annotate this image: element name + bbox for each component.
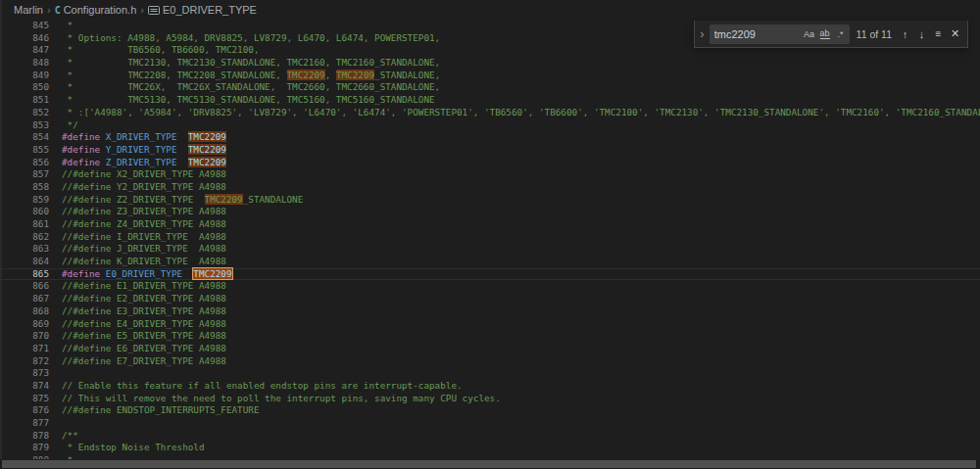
code-line[interactable]: 877 <box>0 417 980 430</box>
code-text: //#define E7_DRIVER_TYPE A4988 <box>49 355 226 368</box>
code-line[interactable]: 849 * TMC2208, TMC2208_STANDALONE, TMC22… <box>0 70 980 82</box>
code-line[interactable]: 878/** <box>0 430 980 443</box>
breadcrumb: Marlin › C Configuration.h › E0_DRIVER_T… <box>0 0 980 20</box>
toggle-replace-chevron-icon[interactable]: › <box>695 22 710 47</box>
match-case-icon[interactable]: Aa <box>802 26 817 42</box>
code-text: //#define I_DRIVER_TYPE A4988 <box>49 231 226 244</box>
code-text: */ <box>49 119 78 132</box>
code-line[interactable]: 863//#define J_DRIVER_TYPE A4988 <box>0 243 980 256</box>
line-number[interactable]: 858 <box>0 181 49 194</box>
code-line[interactable]: 853 */ <box>0 119 980 132</box>
code-line[interactable]: 851 * TMC5130, TMC5130_STANDALONE, TMC51… <box>0 94 980 107</box>
code-line[interactable]: 870//#define E5_DRIVER_TYPE A4988 <box>0 330 980 343</box>
code-text: //#define J_DRIVER_TYPE A4988 <box>49 243 226 256</box>
line-number[interactable]: 869 <box>0 318 49 331</box>
horizontal-scrollbar[interactable] <box>0 459 980 469</box>
code-line[interactable]: 865#define E0_DRIVER_TYPE TMC2209 <box>0 268 980 281</box>
code-text: * TMC2130, TMC2130_STANDALONE, TMC2160, … <box>49 57 440 70</box>
code-line[interactable]: 855#define Y_DRIVER_TYPE TMC2209 <box>0 144 980 157</box>
breadcrumb-item-symbol[interactable]: E0_DRIVER_TYPE <box>148 4 257 16</box>
line-number[interactable]: 876 <box>0 404 49 417</box>
code-text: #define X_DRIVER_TYPE TMC2209 <box>49 131 226 144</box>
whole-word-icon[interactable]: ab <box>817 26 833 42</box>
line-number[interactable]: 859 <box>0 194 49 207</box>
code-line[interactable]: 866//#define E1_DRIVER_TYPE A4988 <box>0 280 980 293</box>
code-text: //#define Z3_DRIVER_TYPE A4988 <box>49 206 226 218</box>
line-number[interactable]: 877 <box>0 417 49 430</box>
breadcrumb-file-label: Configuration.h <box>64 4 137 16</box>
line-number[interactable]: 852 <box>0 107 49 119</box>
line-number[interactable]: 861 <box>0 218 49 231</box>
line-number[interactable]: 878 <box>0 430 49 443</box>
code-editor[interactable]: 845 *846 * Options: A4988, A5984, DRV882… <box>0 20 980 469</box>
code-line[interactable]: 854#define X_DRIVER_TYPE TMC2209 <box>0 131 980 144</box>
find-in-selection-icon: ≡ <box>936 28 942 39</box>
line-number[interactable]: 849 <box>0 70 49 82</box>
code-line[interactable]: 876//#define ENDSTOP_INTERRUPTS_FEATURE <box>0 404 980 417</box>
line-number[interactable]: 863 <box>0 243 49 256</box>
line-number[interactable]: 860 <box>0 206 49 218</box>
line-number[interactable]: 848 <box>0 57 49 70</box>
code-text: //#define E4_DRIVER_TYPE A4988 <box>49 318 226 331</box>
code-line[interactable]: 875// This will remove the need to poll … <box>0 393 980 405</box>
line-number[interactable]: 879 <box>0 442 49 454</box>
code-text: //#define E6_DRIVER_TYPE A4988 <box>49 343 226 355</box>
code-line[interactable]: 859//#define Z2_DRIVER_TYPE TMC2209_STAN… <box>0 194 980 207</box>
find-input[interactable]: tmc2209 Aa ab .* <box>710 24 850 44</box>
line-number[interactable]: 873 <box>0 367 49 380</box>
code-line[interactable]: 857//#define X2_DRIVER_TYPE A4988 <box>0 168 980 181</box>
code-line[interactable]: 862//#define I_DRIVER_TYPE A4988 <box>0 231 980 244</box>
code-line[interactable]: 868//#define E3_DRIVER_TYPE A4988 <box>0 305 980 318</box>
code-text: #define E0_DRIVER_TYPE TMC2209 <box>49 268 232 281</box>
line-number[interactable]: 856 <box>0 157 49 169</box>
line-number[interactable]: 871 <box>0 343 49 355</box>
code-line[interactable]: 864//#define K_DRIVER_TYPE A4988 <box>0 256 980 268</box>
line-number[interactable]: 854 <box>0 131 49 144</box>
code-line[interactable]: 873 <box>0 367 980 380</box>
line-number[interactable]: 872 <box>0 355 49 368</box>
code-line[interactable]: 869//#define E4_DRIVER_TYPE A4988 <box>0 318 980 331</box>
breadcrumb-symbol-label: E0_DRIVER_TYPE <box>163 4 257 16</box>
breadcrumb-item-folder[interactable]: Marlin <box>14 4 43 16</box>
code-text: * TMC2208, TMC2208_STANDALONE, TMC2209, … <box>49 70 440 82</box>
code-line[interactable]: 850 * TMC26X, TMC26X_STANDALONE, TMC2660… <box>0 81 980 94</box>
line-number[interactable]: 865 <box>0 268 49 281</box>
line-number[interactable]: 874 <box>0 380 49 393</box>
line-number[interactable]: 847 <box>0 44 49 57</box>
code-line[interactable]: 874// Enable this feature if all enabled… <box>0 380 980 393</box>
code-line[interactable]: 871//#define E6_DRIVER_TYPE A4988 <box>0 343 980 355</box>
line-number[interactable]: 870 <box>0 330 49 343</box>
line-number[interactable]: 850 <box>0 81 49 94</box>
next-match-button[interactable]: ↓ <box>913 25 930 43</box>
scrollbar-thumb[interactable] <box>2 460 976 468</box>
code-text <box>49 367 62 380</box>
breadcrumb-item-file[interactable]: C Configuration.h <box>55 4 137 16</box>
line-number[interactable]: 855 <box>0 144 49 157</box>
line-number[interactable]: 845 <box>0 20 49 32</box>
line-number[interactable]: 866 <box>0 280 49 293</box>
line-number[interactable]: 857 <box>0 168 49 181</box>
line-number[interactable]: 853 <box>0 119 49 132</box>
code-line[interactable]: 852 * :['A4988', 'A5984', 'DRV8825', 'LV… <box>0 107 980 119</box>
line-number[interactable]: 862 <box>0 231 49 244</box>
code-line[interactable]: 860//#define Z3_DRIVER_TYPE A4988 <box>0 206 980 218</box>
close-find-button[interactable]: ✕ <box>947 25 963 43</box>
line-number[interactable]: 868 <box>0 305 49 318</box>
regex-icon[interactable]: .* <box>833 26 849 42</box>
code-line[interactable]: 879 * Endstop Noise Threshold <box>0 442 980 454</box>
previous-match-button[interactable]: ↑ <box>897 25 913 43</box>
code-line[interactable]: 858//#define Y2_DRIVER_TYPE A4988 <box>0 181 980 194</box>
line-number[interactable]: 851 <box>0 94 49 107</box>
code-line[interactable]: 867//#define E2_DRIVER_TYPE A4988 <box>0 293 980 305</box>
find-in-selection-button[interactable]: ≡ <box>930 25 947 43</box>
arrow-up-icon: ↑ <box>903 28 908 40</box>
line-number[interactable]: 846 <box>0 32 49 45</box>
line-number[interactable]: 875 <box>0 393 49 405</box>
line-number[interactable]: 864 <box>0 256 49 268</box>
code-line[interactable]: 861//#define Z4_DRIVER_TYPE A4988 <box>0 218 980 231</box>
code-line[interactable]: 848 * TMC2130, TMC2130_STANDALONE, TMC21… <box>0 57 980 70</box>
code-text: * Endstop Noise Threshold <box>49 442 205 454</box>
line-number[interactable]: 867 <box>0 293 49 305</box>
code-line[interactable]: 872//#define E7_DRIVER_TYPE A4988 <box>0 355 980 368</box>
code-line[interactable]: 856#define Z_DRIVER_TYPE TMC2209 <box>0 157 980 169</box>
